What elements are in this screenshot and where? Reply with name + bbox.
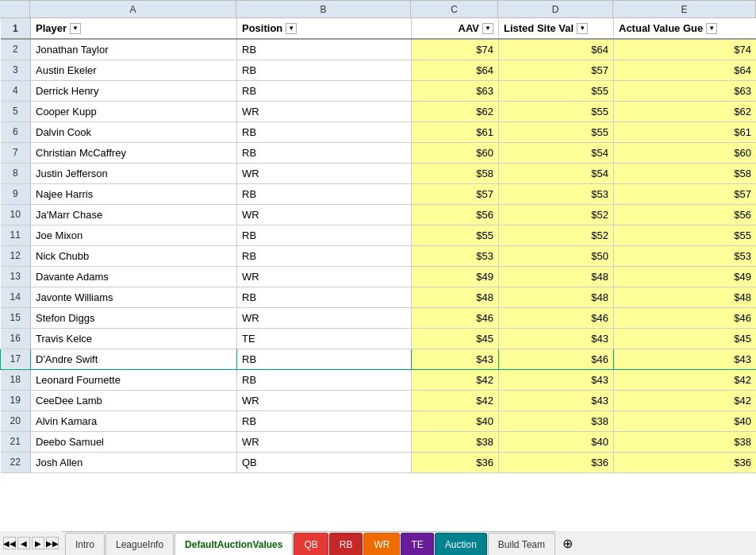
row-num-7: 7 [1, 142, 31, 163]
row-num-10: 10 [1, 204, 31, 225]
scroll-first-btn[interactable]: ◀◀ [3, 537, 16, 549]
row-num-15: 15 [1, 307, 31, 328]
table-row: 13Davante AdamsWR$49$48$49 [1, 266, 757, 287]
cell-actual: $58 [614, 163, 757, 183]
tab-rb[interactable]: RB [329, 533, 363, 555]
cell-position: TE [237, 328, 412, 349]
col-header-b: B [236, 0, 411, 17]
cell-listed: $48 [499, 287, 614, 307]
filter-aav-btn[interactable]: ▼ [482, 23, 493, 34]
tab-buildteam[interactable]: Build Team [488, 533, 555, 555]
tab-leagueinfo[interactable]: LeagueInfo [106, 533, 174, 555]
tab-intro[interactable]: Intro [65, 533, 105, 555]
row-num-6: 6 [1, 121, 31, 142]
table-row: 6Dalvin CookRB$61$55$61 [1, 121, 757, 142]
cell-position: RB [237, 225, 412, 245]
table-row: 14Javonte WilliamsRB$48$48$48 [1, 287, 757, 307]
cell-listed: $54 [499, 142, 614, 163]
row-num-11: 11 [1, 225, 31, 245]
table-header-row: 1 Player ▼ Position ▼ AAV ▼ [1, 18, 757, 39]
cell-player[interactable]: Austin Ekeler [31, 60, 237, 80]
cell-actual: $36 [614, 452, 757, 472]
cell-player[interactable]: Stefon Diggs [31, 307, 237, 328]
cell-position: RB [237, 183, 412, 204]
scroll-next-btn[interactable]: ▶ [32, 537, 44, 549]
scroll-prev-btn[interactable]: ◀ [17, 537, 30, 549]
filter-position-btn[interactable]: ▼ [286, 23, 297, 34]
cell-player[interactable]: Christian McCaffrey [31, 142, 237, 163]
col-header-d: D [498, 0, 613, 17]
cell-player[interactable]: Justin Jefferson [31, 163, 237, 183]
spreadsheet: A B C D E 1 Player ▼ Position ▼ [0, 0, 756, 531]
cell-aav: $42 [412, 390, 499, 410]
row-num-21: 21 [1, 431, 31, 452]
cell-player[interactable]: Ja'Marr Chase [31, 204, 237, 225]
cell-position: WR [237, 204, 412, 225]
cell-player[interactable]: Jonathan Taylor [31, 39, 237, 60]
cell-aav: $53 [412, 245, 499, 266]
header-listed[interactable]: Listed Site Val ▼ [499, 18, 614, 39]
cell-actual: $56 [614, 204, 757, 225]
cell-player[interactable]: Joe Mixon [31, 225, 237, 245]
cell-listed: $55 [499, 101, 614, 121]
cell-aav: $55 [412, 225, 499, 245]
cell-listed: $46 [499, 349, 614, 369]
cell-aav: $74 [412, 39, 499, 60]
cell-actual: $40 [614, 410, 757, 431]
cell-player[interactable]: D'Andre Swift [31, 349, 237, 369]
cell-actual: $48 [614, 287, 757, 307]
cell-position: RB [237, 349, 412, 369]
row-num-18: 18 [1, 369, 31, 390]
cell-player[interactable]: Leonard Fournette [31, 369, 237, 390]
row-num-14: 14 [1, 287, 31, 307]
cell-listed: $40 [499, 431, 614, 452]
cell-player[interactable]: Davante Adams [31, 266, 237, 287]
table-row: 18Leonard FournetteRB$42$43$42 [1, 369, 757, 390]
tab-qb[interactable]: QB [294, 533, 328, 555]
cell-player[interactable]: Josh Allen [31, 452, 237, 472]
cell-aav: $63 [412, 80, 499, 101]
cell-player[interactable]: Najee Harris [31, 183, 237, 204]
cell-aav: $43 [412, 349, 499, 369]
scroll-last-btn[interactable]: ▶▶ [46, 537, 59, 549]
tab-auction[interactable]: Auction [435, 533, 487, 555]
tabs-bar: IntroLeagueInfoDefaultAuctionValuesQBRBW… [62, 531, 556, 555]
row-num-22: 22 [1, 452, 31, 472]
table-row: 19CeeDee LambWR$42$43$42 [1, 390, 757, 410]
tab-wr[interactable]: WR [363, 533, 400, 555]
filter-listed-btn[interactable]: ▼ [577, 23, 588, 34]
cell-actual: $55 [614, 225, 757, 245]
cell-position: WR [237, 307, 412, 328]
cell-position: RB [237, 39, 412, 60]
add-sheet-btn[interactable]: ⊕ [556, 533, 579, 554]
cell-actual: $53 [614, 245, 757, 266]
header-aav[interactable]: AAV ▼ [412, 18, 499, 39]
cell-player[interactable]: Dalvin Cook [31, 121, 237, 142]
cell-player[interactable]: Travis Kelce [31, 328, 237, 349]
header-player[interactable]: Player ▼ [31, 18, 237, 39]
cell-player[interactable]: Deebo Samuel [31, 431, 237, 452]
cell-actual: $42 [614, 369, 757, 390]
filter-actual-btn[interactable]: ▼ [706, 23, 717, 34]
table-row: 17D'Andre SwiftRB$43$46$43 [1, 349, 757, 369]
cell-actual: $42 [614, 390, 757, 410]
cell-aav: $49 [412, 266, 499, 287]
filter-player-btn[interactable]: ▼ [70, 23, 81, 34]
header-position[interactable]: Position ▼ [237, 18, 412, 39]
table-row: 10Ja'Marr ChaseWR$56$52$56 [1, 204, 757, 225]
header-actual[interactable]: Actual Value Gue ▼ [614, 18, 757, 39]
cell-actual: $62 [614, 101, 757, 121]
table-area: 1 Player ▼ Position ▼ AAV ▼ [0, 18, 756, 531]
cell-player[interactable]: CeeDee Lamb [31, 390, 237, 410]
table-row: 16Travis KelceTE$45$43$45 [1, 328, 757, 349]
cell-actual: $45 [614, 328, 757, 349]
cell-player[interactable]: Alvin Kamara [31, 410, 237, 431]
cell-actual: $64 [614, 60, 757, 80]
tab-defaultauctionvalues[interactable]: DefaultAuctionValues [175, 533, 293, 555]
tab-te[interactable]: TE [401, 533, 433, 555]
cell-player[interactable]: Javonte Williams [31, 287, 237, 307]
cell-player[interactable]: Nick Chubb [31, 245, 237, 266]
cell-player[interactable]: Derrick Henry [31, 80, 237, 101]
cell-player[interactable]: Cooper Kupp [31, 101, 237, 121]
table-row: 20Alvin KamaraRB$40$38$40 [1, 410, 757, 431]
